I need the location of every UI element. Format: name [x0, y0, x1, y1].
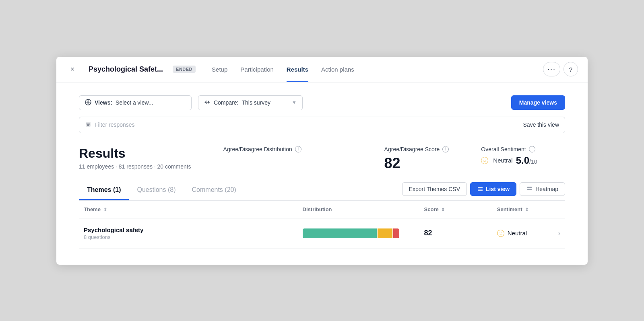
sub-tabs: Themes (1) Questions (8) Comments (20) [79, 181, 244, 200]
score-info-icon[interactable]: i [442, 146, 449, 152]
tab-themes[interactable]: Themes (1) [79, 181, 129, 200]
results-section: Results 11 employees · 81 responses · 20… [79, 146, 565, 249]
svg-rect-15 [527, 189, 529, 190]
distribution-bar [223, 155, 352, 166]
row-chevron-right[interactable]: › [558, 230, 560, 237]
sub-tabs-row: Themes (1) Questions (8) Comments (20) E… [79, 181, 565, 201]
views-select[interactable]: Views: Select a view... [79, 95, 192, 110]
table-bar-yellow [378, 228, 393, 238]
svg-point-6 [484, 160, 485, 160]
list-icon [477, 186, 483, 192]
svg-rect-12 [527, 187, 529, 188]
theme-sort-icon[interactable]: ⇕ [103, 207, 107, 212]
filter-left: Filter responses [85, 121, 135, 129]
sub-tab-actions: Export Themes CSV List view [402, 182, 565, 199]
distribution-info-icon[interactable]: i [295, 146, 301, 152]
table-bar-green [303, 228, 377, 238]
sentiment-label: Overall Sentiment i [481, 146, 545, 152]
compare-chevron: ▼ [292, 100, 297, 105]
svg-rect-16 [529, 189, 531, 190]
table-dist-bar [303, 228, 399, 238]
close-button[interactable]: × [66, 63, 79, 76]
cell-theme: Psychological safety 8 questions [79, 218, 298, 248]
filter-icon [85, 121, 91, 129]
tab-action-plans[interactable]: Action plans [321, 57, 354, 82]
row-sentiment-text: Neutral [508, 230, 527, 237]
svg-rect-13 [529, 187, 531, 188]
score-label: Agree/Disagree Score i [384, 146, 449, 152]
survey-title: Psychological Safet... [89, 65, 163, 74]
export-themes-csv-button[interactable]: Export Themes CSV [402, 182, 467, 196]
compare-icon [204, 99, 211, 107]
svg-point-18 [500, 233, 500, 233]
header: × Psychological Safet... ENDED Setup Par… [56, 57, 588, 82]
main-window: × Psychological Safet... ENDED Setup Par… [56, 57, 588, 265]
manage-views-button[interactable]: Manage views [511, 95, 565, 110]
col-sentiment: Sentiment ⇕ [492, 201, 565, 218]
save-view-link[interactable]: Save this view [523, 121, 559, 128]
compare-value: This survey [242, 99, 270, 106]
col-score: Score ⇕ [419, 201, 492, 218]
svg-point-7 [485, 160, 486, 160]
svg-point-19 [501, 233, 502, 233]
table-row[interactable]: Psychological safety 8 questions 82 [79, 218, 565, 248]
status-badge: ENDED [173, 66, 196, 73]
results-title-block: Results 11 employees · 81 responses · 20… [79, 146, 191, 170]
header-actions: ··· ? [543, 62, 578, 76]
list-view-button[interactable]: List view [470, 182, 516, 196]
score-sort-icon[interactable]: ⇕ [441, 207, 445, 212]
tab-questions[interactable]: Questions (8) [129, 181, 184, 200]
tab-participation[interactable]: Participation [240, 57, 274, 82]
help-button[interactable]: ? [564, 62, 578, 76]
svg-rect-17 [531, 189, 532, 190]
distribution-block: Agree/Disagree Distribution i [223, 146, 352, 166]
tab-setup[interactable]: Setup [212, 57, 227, 82]
sentiment-block: Overall Sentiment i Neutral [481, 146, 545, 166]
sentiment-value: Neutral 5.0/10 [481, 155, 545, 166]
main-content: Views: Select a view... Compare: This su… [56, 82, 588, 265]
table-bar-red [393, 228, 399, 238]
sentiment-sort-icon[interactable]: ⇕ [525, 207, 528, 212]
sentiment-text: Neutral [493, 157, 512, 164]
nav-tabs: Setup Participation Results Action plans [212, 57, 533, 82]
svg-rect-14 [531, 187, 532, 188]
filter-placeholder: Filter responses [95, 121, 135, 128]
views-placeholder: Select a view... [116, 99, 153, 106]
cell-score: 82 [419, 218, 492, 248]
results-title: Results [79, 146, 191, 161]
tab-comments[interactable]: Comments (20) [184, 181, 244, 200]
cell-sentiment: Neutral › [492, 218, 565, 248]
row-neutral-icon [497, 230, 504, 237]
results-meta: 11 employees · 81 responses · 20 comment… [79, 163, 191, 170]
col-distribution: Distribution [298, 201, 419, 218]
heatmap-button[interactable]: Heatmap [520, 182, 565, 196]
filter-row[interactable]: Filter responses Save this view [79, 117, 565, 133]
tab-results[interactable]: Results [287, 57, 308, 82]
compare-label: Compare: [214, 99, 238, 106]
controls-row: Views: Select a view... Compare: This su… [79, 95, 565, 110]
results-header: Results 11 employees · 81 responses · 20… [79, 146, 565, 172]
views-label: Views: [95, 99, 112, 106]
compare-select[interactable]: Compare: This survey ▼ [198, 95, 303, 110]
views-icon [85, 99, 91, 107]
cell-distribution [298, 218, 419, 248]
results-table: Theme ⇕ Distribution Score ⇕ Sentiment [79, 201, 565, 249]
sentiment-info-icon[interactable]: i [529, 146, 535, 152]
score-value: 82 [384, 155, 449, 172]
heatmap-icon [526, 186, 533, 192]
col-theme: Theme ⇕ [79, 201, 298, 218]
score-block: Agree/Disagree Score i 82 [384, 146, 449, 172]
neutral-icon [481, 157, 488, 164]
more-button[interactable]: ··· [543, 62, 560, 76]
distribution-label: Agree/Disagree Distribution i [223, 146, 352, 152]
sentiment-score: 5.0/10 [516, 155, 537, 166]
